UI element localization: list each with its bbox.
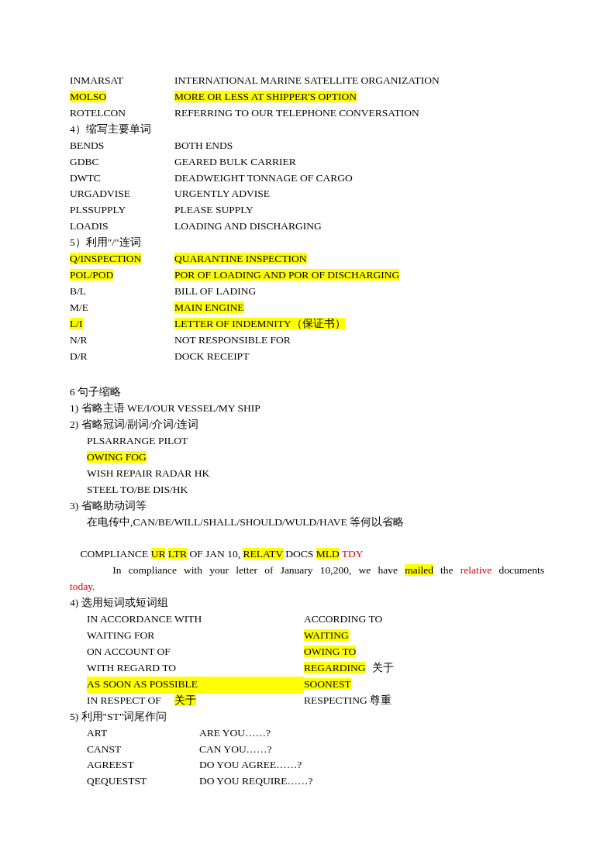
st-def: DO YOU REQUIRE……? (199, 773, 312, 790)
text: In compliance with your letter of Januar… (70, 564, 405, 576)
abbr-text: MOLSO (70, 91, 106, 102)
abbr-row: DWTC DEADWEIGHT TONNAGE OF CARGO (70, 170, 544, 187)
about-text: 关于 (174, 694, 196, 706)
st-row: QEQUESTSTDO YOU REQUIRE……? (87, 773, 544, 790)
abbr-row: L/I LETTER OF INDEMNITY（保证书） (70, 316, 544, 332)
pair-right-text: ACCORDING TO (304, 613, 382, 625)
line-text: 在电传中,CAN/BE/WILL/SHALL/SHOULD/WULD/HAVE … (70, 515, 544, 531)
abbr-row: GDBCGEARED BULK CARRIER (70, 154, 544, 170)
text: documents (492, 564, 544, 576)
today-text: today. (70, 579, 544, 595)
abbr-text: M/E (70, 301, 88, 313)
abbr-row: M/E MAIN ENGINE (70, 300, 544, 316)
pair-left-text: WAITING FOR (87, 629, 154, 641)
st-abbr: CANST (87, 743, 121, 755)
pair-left-text: ON ACCOUNT OF (87, 646, 171, 657)
section-6-4: 4) 选用短词或短词组 (70, 595, 544, 611)
def-text: QUARANTINE INSPECTION (174, 253, 307, 264)
pair-row: WITH REGARD TO REGARDING关于 (87, 660, 544, 677)
pair-right-text: RESPECTING 尊重 (304, 694, 392, 706)
def-text: LOADING AND DISCHARGING (174, 220, 322, 232)
note-text: 关于 (372, 662, 394, 673)
st-abbr: AGREEST (87, 759, 134, 770)
st-row: AGREESTDO YOU AGREE……? (87, 757, 544, 773)
st-row: ARTARE YOU……? (87, 725, 544, 742)
abbr-text: URGADVISE (70, 188, 130, 199)
line-text: OWING FOG (70, 450, 544, 466)
abbr-row: Q/INSPECTIONQUARANTINE INSPECTION (70, 251, 544, 267)
abbr-row: ROTELCON REFERRING TO OUR TELEPHONE CONV… (70, 105, 544, 122)
pair-right-text: OWING TO (304, 646, 356, 657)
st-def: DO YOU AGREE……? (199, 757, 302, 773)
compliance-line: COMPLIANCE UR LTR OF JAN 10, RELATV DOCS… (70, 531, 544, 563)
pair-left-text: AS SOON AS POSSIBLE (87, 678, 198, 690)
section-6-3: 3) 省略助动词等 (70, 498, 544, 515)
def-text: URGENTLY ADVISE (174, 188, 270, 199)
abbr-text: ROTELCON (70, 107, 126, 119)
abbr-row: LOADISLOADING AND DISCHARGING (70, 219, 544, 235)
pair-left-text: IN ACCORDANCE WITH (87, 613, 202, 625)
st-def: ARE YOU……? (199, 725, 271, 742)
highlight-text: mailed (405, 564, 433, 576)
pair-row: IN ACCORDANCE WITH ACCORDING TO (87, 611, 544, 628)
explanation-line: In compliance with your letter of Januar… (70, 563, 544, 579)
def-text: DEADWEIGHT TONNAGE OF CARGO (174, 172, 353, 184)
def-text: MAIN ENGINE (174, 301, 244, 313)
abbr-row: D/RDOCK RECEIPT (70, 349, 544, 365)
def-text: LETTER OF INDEMNITY（保证书） (174, 318, 346, 329)
def-text: NOT RESPONSIBLE FOR (174, 334, 291, 346)
text: COMPLIANCE (70, 548, 151, 560)
pair-row: ON ACCOUNT OF OWING TO (87, 644, 544, 660)
st-def: CAN YOU……? (199, 742, 272, 758)
highlight-text: MLD (316, 548, 340, 560)
section-6-5: 5) 利用"ST"词尾作问 (70, 709, 544, 725)
section-6-2: 2) 省略冠词/副词/介词/连词 (70, 417, 544, 433)
highlight-text: OWING FOG (87, 451, 147, 463)
text: DOCS (283, 548, 316, 560)
pair-row: AS SOON AS POSSIBLE SOONEST (87, 677, 544, 693)
red-text: TDY (342, 548, 364, 560)
def-text: BILL OF LADING (174, 285, 256, 297)
pair-right-text: WAITING (304, 629, 349, 641)
abbr-text: D/R (70, 350, 88, 362)
def-text: MORE OR LESS AT SHIPPER'S OPTION (174, 91, 357, 102)
abbr-row: INMARSAT INTERNATIONAL MARINE SATELLITE … (70, 73, 544, 89)
abbr-text: N/R (70, 334, 88, 346)
section-header-5: 5）利用"/"连词 (70, 235, 544, 251)
def-text: POR OF LOADING AND POR OF DISCHARGING (174, 269, 399, 281)
line-text: PLSARRANGE PILOT (70, 433, 544, 450)
def-text: REFERRING TO OUR TELEPHONE CONVERSATION (174, 107, 419, 119)
abbr-row: MOLSO MORE OR LESS AT SHIPPER'S OPTION (70, 89, 544, 105)
section-6-1: 1) 省略主语 WE/I/OUR VESSEL/MY SHIP (70, 401, 544, 417)
pair-right-text: REGARDING (304, 662, 366, 673)
abbr-text: PLSSUPPLY (70, 204, 126, 215)
line-text: WISH REPAIR RADAR HK (70, 466, 544, 482)
text: the (433, 564, 461, 576)
abbr-text: BENDS (70, 140, 104, 151)
pair-row: WAITING FOR WAITING (87, 628, 544, 644)
section-header-6: 6 句子缩略 (70, 384, 544, 401)
abbr-row: N/RNOT RESPONSIBLE FOR (70, 332, 544, 349)
abbr-row: B/LBILL OF LADING (70, 284, 544, 300)
abbr-row: URGADVISEURGENTLY ADVISE (70, 186, 544, 202)
st-abbr: QEQUESTST (87, 775, 147, 787)
text: OF JAN 10, (187, 548, 243, 560)
abbr-row: BENDSBOTH ENDS (70, 138, 544, 154)
red-text: relative (461, 564, 492, 576)
abbr-row: PLSSUPPLY PLEASE SUPPLY (70, 202, 544, 219)
abbr-text: LOADIS (70, 220, 109, 232)
abbr-row: POL/PODPOR OF LOADING AND POR OF DISCHAR… (70, 267, 544, 284)
highlight-text: RELATV (243, 548, 283, 560)
abbr-text: B/L (70, 285, 86, 297)
abbr-text: DWTC (70, 172, 101, 184)
pair-row: IN RESPECT OF 关于 RESPECTING 尊重 (87, 693, 544, 709)
abbr-text: Q/INSPECTION (70, 253, 141, 264)
st-row: CANSTCAN YOU……? (87, 742, 544, 758)
document-page: INMARSAT INTERNATIONAL MARINE SATELLITE … (0, 0, 614, 836)
abbr-text: INMARSAT (70, 74, 123, 86)
highlight-text: LTR (168, 548, 187, 560)
abbr-text: L/I (70, 318, 83, 329)
line-text: STEEL TO/BE DIS/HK (70, 482, 544, 498)
def-text: DOCK RECEIPT (174, 350, 249, 362)
abbr-text: GDBC (70, 156, 99, 167)
